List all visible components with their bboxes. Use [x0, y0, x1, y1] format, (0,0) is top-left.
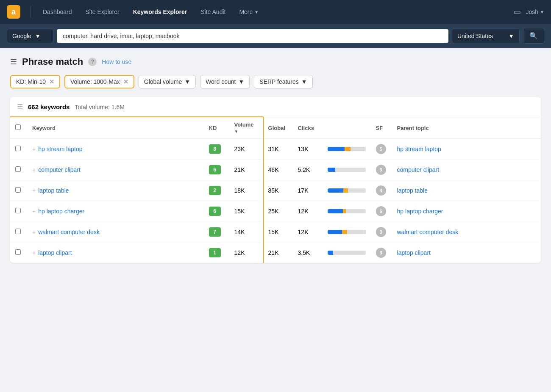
row-plus-icon[interactable]: + — [32, 249, 36, 256]
row-checkbox-2[interactable] — [15, 187, 21, 193]
parent-topic-link-5[interactable]: laptop clipart — [397, 249, 431, 256]
parent-topic-link-2[interactable]: laptop table — [397, 187, 428, 194]
nav-more-label: More — [239, 8, 253, 15]
global-1: 46K — [263, 160, 293, 180]
row-plus-icon[interactable]: + — [32, 229, 36, 235]
keyword-link-0[interactable]: hp stream laptop — [38, 146, 82, 152]
row-plus-icon[interactable]: + — [32, 187, 36, 194]
th-global[interactable]: Global — [263, 117, 293, 139]
clicks-bar-yellow-4 — [342, 230, 348, 234]
volume-3: 15K — [229, 201, 263, 222]
page-title: Phrase match — [22, 56, 83, 67]
table-row: +hp stream laptop823K31K13K 5hp stream l… — [10, 139, 541, 160]
logo[interactable]: a — [7, 5, 20, 19]
global-volume-label: Global volume — [144, 78, 182, 85]
clicks-3: 12K — [293, 201, 323, 222]
search-button[interactable]: 🔍 — [523, 28, 544, 44]
nav-item-site-explorer[interactable]: Site Explorer — [81, 6, 125, 18]
filter-volume-close-icon[interactable]: ✕ — [123, 78, 128, 85]
filter-chip-kd[interactable]: KD: Min-10 ✕ — [10, 75, 60, 88]
user-chevron-icon: ▼ — [540, 10, 544, 14]
clicks-bar-3 — [323, 201, 371, 222]
search-bar: Google ▼ computer, hard drive, imac, lap… — [0, 24, 551, 48]
page-header: ☰ Phrase match ? How to use — [10, 56, 541, 67]
nav-more-dropdown[interactable]: More ▼ — [234, 6, 264, 18]
engine-selector[interactable]: Google ▼ — [7, 29, 53, 43]
help-icon[interactable]: ? — [88, 58, 97, 66]
row-plus-icon[interactable]: + — [32, 166, 36, 173]
th-kd[interactable]: KD — [204, 117, 229, 139]
country-chevron-icon: ▼ — [508, 33, 514, 39]
row-checkbox-1[interactable] — [15, 166, 21, 172]
sf-badge-3: 5 — [376, 206, 386, 216]
keyword-link-3[interactable]: hp laptop charger — [38, 208, 84, 215]
keyword-link-4[interactable]: walmart computer desk — [38, 229, 100, 235]
parent-topic-link-1[interactable]: computer clipart — [397, 166, 440, 173]
clicks-bar-5 — [323, 243, 371, 263]
sf-badge-5: 3 — [376, 248, 386, 258]
keyword-link-5[interactable]: laptop clipart — [38, 249, 72, 256]
clicks-bar-gray-3 — [346, 209, 366, 213]
serp-features-label: SERP features — [259, 78, 298, 85]
serp-features-dropdown[interactable]: SERP features ▼ — [254, 75, 312, 88]
clicks-bar-0 — [323, 139, 371, 160]
clicks-bar-2 — [323, 180, 371, 201]
hamburger-icon[interactable]: ☰ — [10, 57, 17, 66]
sf-badge-4: 3 — [376, 227, 386, 237]
clicks-bar-wrap-3 — [328, 209, 366, 213]
table-row: +computer clipart621K46K5.2K 3computer c… — [10, 160, 541, 180]
table-row: +hp laptop charger615K25K12K 5hp laptop … — [10, 201, 541, 222]
clicks-4: 12K — [293, 222, 323, 243]
top-navigation: a Dashboard Site Explorer Keywords Explo… — [0, 0, 551, 24]
global-volume-chevron-icon: ▼ — [184, 78, 190, 85]
filter-chip-volume[interactable]: Volume: 1000-Max ✕ — [64, 75, 134, 88]
row-checkbox-3[interactable] — [15, 208, 21, 213]
global-2: 85K — [263, 180, 293, 201]
th-sf[interactable]: SF — [371, 117, 392, 139]
clicks-bar-1 — [323, 160, 371, 180]
how-to-use-link[interactable]: How to use — [102, 58, 131, 65]
th-parent-topic[interactable]: Parent topic — [392, 117, 541, 139]
search-input[interactable]: computer, hard drive, imac, laptop, macb… — [57, 29, 448, 43]
row-checkbox-0[interactable] — [15, 146, 21, 151]
volume-0: 23K — [229, 139, 263, 160]
nav-item-site-audit[interactable]: Site Audit — [195, 6, 231, 18]
user-menu[interactable]: Josh ▼ — [526, 8, 544, 15]
keyword-link-1[interactable]: computer clipart — [38, 166, 81, 173]
row-checkbox-4[interactable] — [15, 229, 21, 234]
country-selector[interactable]: United States ▼ — [452, 29, 520, 43]
clicks-bar-wrap-1 — [328, 168, 366, 172]
parent-topic-link-0[interactable]: hp stream laptop — [397, 146, 441, 152]
kd-badge-4: 7 — [209, 227, 221, 237]
volume-5: 12K — [229, 243, 263, 263]
word-count-dropdown[interactable]: Word count ▼ — [200, 75, 250, 88]
th-clicks[interactable]: Clicks — [293, 117, 323, 139]
filters-row: KD: Min-10 ✕ Volume: 1000-Max ✕ Global v… — [10, 75, 541, 88]
global-5: 21K — [263, 243, 293, 263]
volume-4: 14K — [229, 222, 263, 243]
parent-topic-link-3[interactable]: hp laptop charger — [397, 208, 443, 215]
th-keyword[interactable]: Keyword — [27, 117, 204, 139]
engine-chevron-icon: ▼ — [35, 33, 41, 39]
parent-topic-link-4[interactable]: walmart computer desk — [397, 229, 459, 235]
row-plus-icon[interactable]: + — [32, 208, 36, 215]
clicks-bar-blue-2 — [328, 188, 344, 193]
global-volume-dropdown[interactable]: Global volume ▼ — [139, 75, 196, 88]
keyword-link-2[interactable]: laptop table — [38, 187, 69, 194]
clicks-bar-gray-5 — [333, 251, 366, 255]
table-row: +walmart computer desk714K15K12K 3walmar… — [10, 222, 541, 243]
select-all-checkbox[interactable] — [15, 124, 21, 130]
filter-kd-close-icon[interactable]: ✕ — [49, 78, 54, 85]
global-3: 25K — [263, 201, 293, 222]
nav-divider — [31, 6, 31, 18]
results-total-volume: Total volume: 1.6M — [75, 104, 125, 110]
main-content: ☰ Phrase match ? How to use KD: Min-10 ✕… — [0, 48, 551, 392]
clicks-bar-yellow-2 — [343, 188, 348, 193]
hamburger-results-icon[interactable]: ☰ — [17, 103, 23, 111]
th-volume[interactable]: Volume — [229, 117, 263, 139]
row-checkbox-5[interactable] — [15, 249, 21, 255]
monitor-icon[interactable]: ▭ — [514, 7, 521, 17]
row-plus-icon[interactable]: + — [32, 146, 36, 152]
nav-item-dashboard[interactable]: Dashboard — [38, 6, 77, 18]
nav-item-keywords-explorer[interactable]: Keywords Explorer — [128, 6, 192, 18]
